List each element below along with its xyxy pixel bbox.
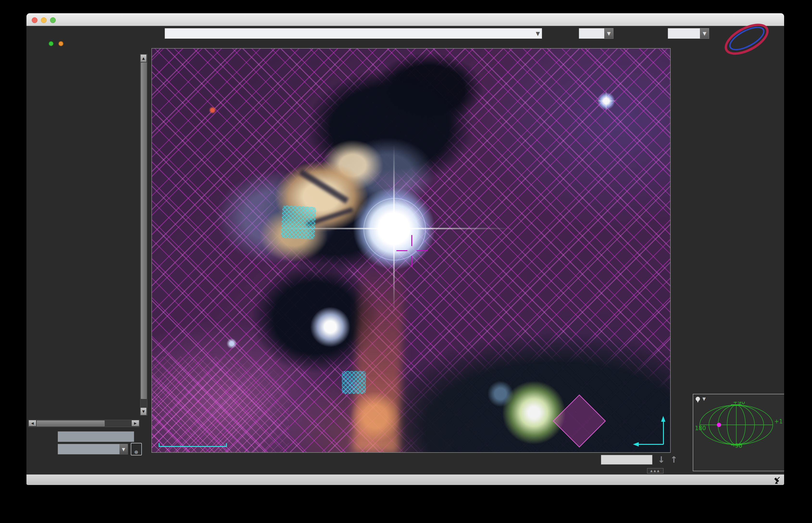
target-crosshair <box>396 235 428 267</box>
view-toolbar: ↓ ↑ ▲▲▲ <box>151 453 670 474</box>
scale-line <box>159 446 227 447</box>
search-prev-button[interactable]: ↑ <box>670 455 677 465</box>
aladin-logo <box>721 26 769 49</box>
compass <box>629 409 671 450</box>
scroll-left-button[interactable]: ◀ <box>29 420 36 426</box>
select-input[interactable] <box>58 431 134 442</box>
vertical-scroll-thumb[interactable] <box>141 62 147 399</box>
location-pin-icon <box>696 397 700 401</box>
panel-expander[interactable]: ▲▲▲ <box>647 468 663 473</box>
collections-tree <box>27 53 140 419</box>
command-input[interactable]: ▼ <box>165 28 542 39</box>
from-select[interactable]: ▼ <box>58 444 128 454</box>
search-input[interactable] <box>601 455 653 465</box>
projection-dropdown-icon[interactable]: ▼ <box>700 29 709 38</box>
horizontal-scroll-thumb[interactable] <box>37 420 105 426</box>
search-next-button[interactable]: ↓ <box>658 455 665 465</box>
current-position-dot <box>717 423 721 427</box>
close-button[interactable] <box>32 17 38 23</box>
add-server-button[interactable]: ⊕ <box>131 443 142 455</box>
globe-label-right: +180 <box>774 418 782 425</box>
maximize-button[interactable] <box>50 17 56 23</box>
status-bar <box>26 474 784 485</box>
in-view-dot-icon <box>49 41 54 46</box>
frame-select[interactable]: ▼ <box>579 28 613 39</box>
globe-label-north: +90 <box>733 402 745 405</box>
view-legend <box>49 41 66 46</box>
globe-label-south: -90 <box>733 443 742 448</box>
antenna-icon[interactable] <box>773 476 781 484</box>
scroll-right-button[interactable]: ▶ <box>132 420 139 426</box>
sky-view[interactable] <box>151 48 671 453</box>
position-dropdown-icon[interactable]: ▼ <box>702 396 706 401</box>
globe-label-left: 180 <box>695 425 706 432</box>
east-arrow-icon <box>633 442 639 447</box>
allsky-globe[interactable]: +90 -90 180 +180 <box>695 402 782 448</box>
scroll-down-button[interactable]: ▼ <box>140 408 146 415</box>
aladin-window: ▼ ▼ ▼ ▲ ▼ ◀ ▶ ▼ ⊕ <box>26 13 784 485</box>
command-dropdown-icon[interactable]: ▼ <box>536 31 542 37</box>
frame-dropdown-icon[interactable]: ▼ <box>604 29 613 38</box>
scroll-up-button[interactable]: ▲ <box>140 55 146 62</box>
out-view-dot-icon <box>58 41 63 46</box>
tree-vertical-scrollbar[interactable]: ▲ ▼ <box>140 54 147 415</box>
from-dropdown-icon[interactable]: ▼ <box>119 444 128 454</box>
north-arrow-icon <box>661 416 665 422</box>
titlebar[interactable] <box>26 13 784 26</box>
minimize-button[interactable] <box>41 17 46 23</box>
tree-horizontal-scrollbar[interactable]: ◀ ▶ <box>29 420 139 427</box>
projection-select[interactable]: ▼ <box>668 28 709 39</box>
scale-bar <box>159 436 227 448</box>
position-panel: ▼ +90 -90 180 +180 <box>693 394 784 471</box>
